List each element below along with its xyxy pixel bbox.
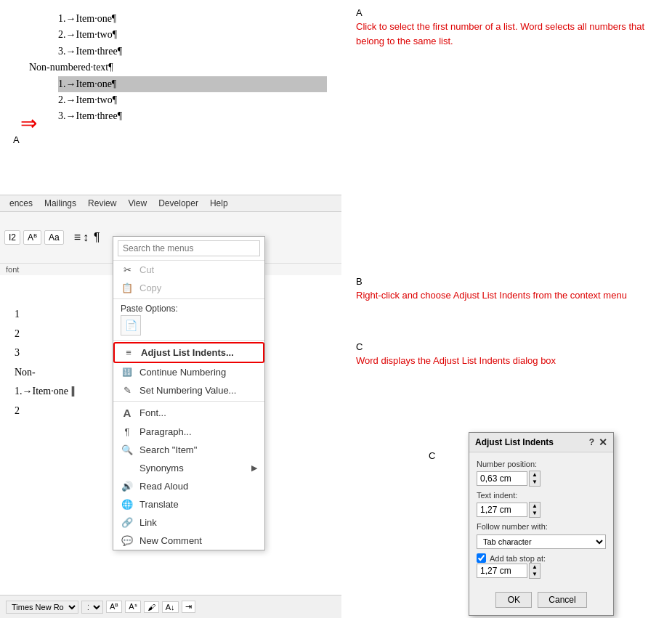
add-tab-value-row: ▲ ▼: [477, 563, 606, 579]
ribbon-tab-review[interactable]: Review: [82, 195, 122, 211]
ribbon-size-dropdown[interactable]: I2: [4, 230, 20, 245]
bottom-size-select[interactable]: 12: [81, 601, 103, 614]
list2-item2: 2.→Item·two¶: [58, 92, 327, 108]
bottom-shrink-btn[interactable]: Aˢ: [125, 601, 140, 613]
cut-icon: ✂: [121, 264, 134, 275]
bottom-highlight-btn[interactable]: 🖌: [144, 601, 159, 613]
bottom-format-btn[interactable]: A↓: [162, 601, 179, 613]
adjust-list-indents-dialog: Adjust List Indents ? ✕ Number position:…: [469, 432, 614, 616]
ribbon-tab-view[interactable]: View: [122, 195, 153, 211]
add-tab-down[interactable]: ▼: [530, 571, 540, 578]
menu-item-link[interactable]: 🔗 Link: [113, 513, 264, 532]
ribbon-tabs: ences Mailings Review View Developer Hel…: [0, 195, 341, 212]
text-indent-up[interactable]: ▲: [530, 503, 540, 510]
dialog-help-button[interactable]: ?: [589, 437, 594, 447]
ribbon-formatting-group: ≡ ↕ ¶: [74, 231, 100, 244]
label-a-doc: A: [13, 134, 20, 145]
ribbon-tab-developer[interactable]: Developer: [153, 195, 204, 211]
menu-item-font[interactable]: A Font...: [113, 403, 264, 423]
add-tab-spinner: ▲ ▼: [529, 563, 541, 579]
menu-item-copy-label: Copy: [139, 282, 161, 293]
search-box-wrap: [113, 237, 264, 261]
text-indent-input[interactable]: [477, 503, 527, 517]
set-numbering-icon: ✎: [121, 385, 134, 396]
label-c-dialog: C: [429, 450, 435, 461]
add-tab-up[interactable]: ▲: [530, 564, 540, 571]
annotation-a-label: A: [356, 7, 661, 18]
annotation-a-text: Click to select the first number of a li…: [356, 20, 661, 48]
menu-item-copy[interactable]: 📋 Copy: [113, 279, 264, 297]
document-text: 1.→Item·one¶ 2.→Item·two¶ 3.→Item·three¶…: [15, 11, 327, 125]
link-icon: 🔗: [121, 517, 134, 528]
ribbon-tab-ences[interactable]: ences: [4, 195, 39, 211]
menu-item-adjust-list-indents[interactable]: ≡ Adjust List Indents...: [113, 342, 264, 363]
menu-item-cut[interactable]: ✂ Cut: [113, 261, 264, 279]
text-indent-spinner: ▲ ▼: [529, 502, 541, 518]
menu-item-synonyms-label: Synonyms: [139, 463, 184, 473]
arrow-indicator: ⇒: [20, 111, 37, 135]
dialog-close-button[interactable]: ✕: [599, 436, 607, 448]
dialog-title-bar: Adjust List Indents ? ✕: [469, 433, 613, 452]
dialog-cancel-button[interactable]: Cancel: [538, 592, 586, 608]
text-indent-down[interactable]: ▼: [530, 510, 540, 517]
menu-item-adjust-label: Adjust List Indents...: [141, 347, 234, 358]
number-position-up[interactable]: ▲: [530, 471, 540, 479]
menu-item-search[interactable]: 🔍 Search "Item": [113, 441, 264, 459]
menu-item-font-label: Font...: [139, 407, 166, 418]
translate-icon: 🌐: [121, 499, 134, 510]
ribbon-tab-help[interactable]: Help: [204, 195, 234, 211]
annotation-b-text: Right-click and choose Adjust List Inden…: [356, 288, 661, 303]
menu-item-paragraph-label: Paragraph...: [139, 426, 192, 437]
annotation-area-c: C Word displays the Adjust List Indents …: [356, 341, 661, 368]
menu-item-paragraph[interactable]: ¶ Paragraph...: [113, 423, 264, 441]
context-menu: ✂ Cut 📋 Copy Paste Options: 📄 ≡ Adjust L…: [113, 236, 265, 550]
paste-icons-row: 📄: [113, 314, 264, 338]
bottom-font-select[interactable]: Times New Rom.: [6, 601, 78, 614]
ribbon-tab-mailings[interactable]: Mailings: [39, 195, 82, 211]
menu-separator-1: [113, 298, 264, 299]
menu-item-read-aloud-label: Read Aloud: [139, 481, 188, 492]
annotation-c-label: C: [356, 341, 661, 352]
list2-item1-highlighted: 1.→Item·one¶: [58, 76, 327, 92]
number-position-label: Number position:: [477, 460, 606, 468]
menu-item-set-numbering-label: Set Numbering Value...: [139, 385, 236, 396]
ribbon-icon-sort[interactable]: ↕: [83, 231, 89, 244]
menu-separator-3: [113, 401, 264, 402]
ribbon-font-grow[interactable]: Aᴮ: [23, 230, 41, 245]
number-position-input[interactable]: [477, 471, 527, 486]
dialog-ok-button[interactable]: OK: [495, 592, 532, 608]
menu-item-synonyms[interactable]: Synonyms ▶: [113, 459, 264, 477]
list1-item3: 3.→Item·three¶: [58, 44, 327, 60]
annotation-area-b: B Right-click and choose Adjust List Ind…: [356, 276, 661, 303]
continue-numbering-icon: 🔢: [121, 367, 134, 377]
number-position-down[interactable]: ▼: [530, 479, 540, 486]
non-numbered-text: Non-numbered·text¶: [29, 60, 327, 76]
dialog-title: Adjust List Indents: [475, 437, 554, 447]
add-tab-stop-label: Add tab stop at:: [490, 554, 546, 563]
menu-item-set-numbering[interactable]: ✎ Set Numbering Value...: [113, 381, 264, 399]
menu-item-continue-numbering[interactable]: 🔢 Continue Numbering: [113, 363, 264, 381]
document-top-area: 1.→Item·one¶ 2.→Item·two¶ 3.→Item·three¶…: [0, 0, 341, 196]
text-indent-label: Text indent:: [477, 491, 606, 500]
menu-item-translate[interactable]: 🌐 Translate: [113, 495, 264, 513]
paste-icon-default[interactable]: 📄: [121, 315, 141, 336]
ribbon-icon-pilcrow[interactable]: ¶: [94, 231, 100, 244]
bottom-indent-btn[interactable]: ⇥: [182, 601, 195, 613]
menu-item-new-comment[interactable]: 💬 New Comment: [113, 532, 264, 550]
bottom-grow-btn[interactable]: Aᴮ: [106, 601, 122, 613]
paragraph-icon: ¶: [121, 426, 134, 437]
menu-item-translate-label: Translate: [139, 499, 179, 510]
add-tab-stop-input[interactable]: [477, 564, 527, 578]
ribbon-icon-bullets[interactable]: ≡: [74, 231, 81, 244]
add-tab-stop-checkbox[interactable]: [477, 553, 486, 563]
search-icon: 🔍: [121, 444, 134, 455]
font-icon: A: [121, 407, 134, 419]
menu-item-read-aloud[interactable]: 🔊 Read Aloud: [113, 477, 264, 495]
follow-number-select[interactable]: Tab character: [477, 534, 606, 549]
menu-item-link-label: Link: [139, 517, 157, 528]
ribbon-font-case[interactable]: Aa: [44, 230, 64, 245]
search-input[interactable]: [118, 240, 260, 256]
paste-options-label: Paste Options:: [113, 301, 264, 314]
bottom-toolbar: Times New Rom. 12 Aᴮ Aˢ 🖌 A↓ ⇥: [0, 595, 341, 618]
menu-separator-2: [113, 340, 264, 341]
